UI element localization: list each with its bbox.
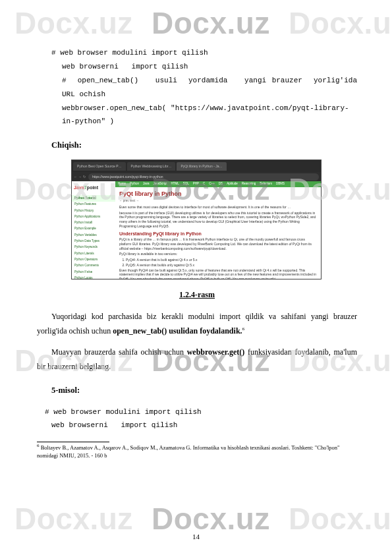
nav-item[interactable]: Java	[143, 181, 150, 187]
nav-item[interactable]: Reasoning	[242, 181, 256, 187]
list-item: PyQt4: A version that is built against Q…	[126, 258, 317, 262]
heading-chiqish: Chiqish:	[51, 138, 357, 153]
nav-item[interactable]: DS	[219, 181, 223, 187]
sidebar-item[interactable]: Python Keywords	[72, 245, 115, 250]
browser-tab-active[interactable]: PyQt library in Python - Ja…	[177, 162, 226, 171]
heading-misol: 5-misol:	[51, 383, 357, 398]
article-subtitle: Understanding PyQt library in Python	[119, 231, 317, 237]
article-text: PyQt library is available in two version…	[119, 252, 317, 256]
browser-screenshot: Python Best Open Source P… Python Webbro…	[71, 160, 322, 279]
site-logo[interactable]: JavaTpoint	[72, 183, 115, 195]
site-content: JavaTpoint Python Tutorial Python Featur…	[72, 181, 321, 279]
site-sidebar: JavaTpoint Python Tutorial Python Featur…	[72, 181, 115, 279]
url-field[interactable]: https://www.javatpoint.com/pyqt-library-…	[88, 173, 319, 181]
prev-next[interactable]: ← prev next →	[119, 199, 139, 202]
nav-back-icon[interactable]: ←	[74, 174, 77, 180]
watermark: Docx.uz	[14, 501, 133, 537]
watermark: Docx.uz	[289, 5, 392, 41]
figure-caption: 1.2.4-rasm	[37, 287, 357, 302]
logo-text: Java	[74, 185, 84, 190]
site-topnav: Home Python Java JavaScript HTML SQL PHP…	[115, 181, 321, 187]
watermark: Docx.uz	[152, 501, 270, 537]
sidebar-item[interactable]: Python Features	[72, 202, 115, 208]
nav-item[interactable]: Python	[130, 181, 139, 187]
paragraph: Yuqoridagi kod parchasida biz kerakli mo…	[37, 309, 357, 338]
list-item: PyQt5: A version that builds only agains…	[126, 263, 317, 268]
breadcrumb: ← prev next →	[119, 199, 317, 203]
footnote: 6 Boltayev B., Azamatov A., Asqarov A., …	[37, 444, 357, 460]
watermark: Docx.uz	[289, 501, 392, 537]
sidebar-item[interactable]: Python Data Types	[72, 239, 115, 245]
sidebar-item[interactable]: Python History	[72, 208, 115, 214]
article-text: Even some that most uses digital devices…	[119, 205, 317, 210]
nav-item[interactable]: HTML	[171, 181, 179, 187]
article: PyQt library in Python ← prev next → Eve…	[115, 187, 321, 280]
footnote-text: Boltayev B., Azamatov A., Asqarov A., So…	[37, 444, 340, 459]
nav-item[interactable]: DBMS	[276, 181, 285, 187]
code-line: web browserni import qilish	[51, 419, 357, 432]
watermark: Docx.uz	[152, 5, 270, 41]
logo-text: point	[87, 185, 98, 190]
article-text: becouse it is part of the intrface (GUI)…	[119, 211, 317, 229]
bold-text: open_new_tab() usulidan foydalandik.	[113, 326, 242, 336]
code-line: webbrowser.open_new_tab( "https://www.ja…	[62, 102, 357, 129]
sidebar-item[interactable]: Python Example	[72, 226, 115, 232]
sidebar-item[interactable]: Python Operators	[72, 257, 115, 263]
sidebar-item[interactable]: Python Tutorial	[72, 195, 115, 201]
article-title: PyQt library in Python	[119, 190, 317, 198]
footnote-ref: 6	[242, 326, 245, 332]
code-line: # web browser modulini import qilish	[45, 405, 357, 419]
nav-item[interactable]: C	[203, 181, 205, 187]
article-text: PyQt is a library of the … in famous pic…	[119, 237, 317, 250]
browser-tabbar: Python Best Open Source P… Python Webbro…	[72, 160, 321, 172]
paragraph-text: Muayyan brauzerda sahifa ochish uchun	[51, 347, 187, 357]
code-line: web browserni import qilish	[62, 60, 357, 74]
sidebar-item[interactable]: Python Comments	[72, 263, 115, 269]
article-text: Even though PyQt4 can be built against Q…	[119, 268, 317, 280]
nav-item[interactable]: Selenium	[260, 181, 272, 187]
nav-item[interactable]: Aptitude	[227, 181, 238, 187]
sidebar-item[interactable]: Python Literals	[72, 250, 115, 256]
nav-item[interactable]: C++	[209, 181, 215, 187]
sidebar-item[interactable]: Python Install	[72, 220, 115, 226]
site-main: Home Python Java JavaScript HTML SQL PHP…	[115, 181, 321, 279]
browser-tab[interactable]: Python Webbrowsing Libr…	[127, 162, 176, 171]
document-body: # web browser modulini import qilish web…	[37, 46, 357, 460]
nav-item[interactable]: JavaScript	[154, 181, 167, 187]
browser-tab[interactable]: Python Best Open Source P…	[73, 162, 126, 171]
watermark: Docx.uz	[14, 5, 133, 41]
nav-item[interactable]: SQL	[183, 181, 189, 187]
reload-icon[interactable]: ↻	[83, 174, 86, 180]
sidebar-item[interactable]: Python If else	[72, 269, 115, 275]
nav-forward-icon[interactable]: →	[78, 174, 82, 180]
code-line: # open_new_tab() usuli yordamida yangi b…	[62, 74, 357, 102]
sidebar-item[interactable]: Python Applications	[72, 214, 115, 219]
paragraph: Muayyan brauzerda sahifa ochish uchun we…	[37, 345, 357, 374]
sidebar-item[interactable]: Python Loops	[72, 275, 115, 279]
footnote-separator	[37, 442, 109, 442]
nav-item[interactable]: Home	[118, 181, 126, 187]
page-number: 14	[0, 533, 392, 540]
sidebar-item[interactable]: Python Variables	[72, 232, 115, 238]
nav-item[interactable]: PHP	[193, 181, 199, 187]
browser-addressbar: ← → ↻ https://www.javatpoint.com/pyqt-li…	[72, 172, 321, 181]
bold-text: webbrowser.get()	[187, 347, 245, 357]
code-line: # web browser modulini import qilish	[51, 46, 357, 60]
